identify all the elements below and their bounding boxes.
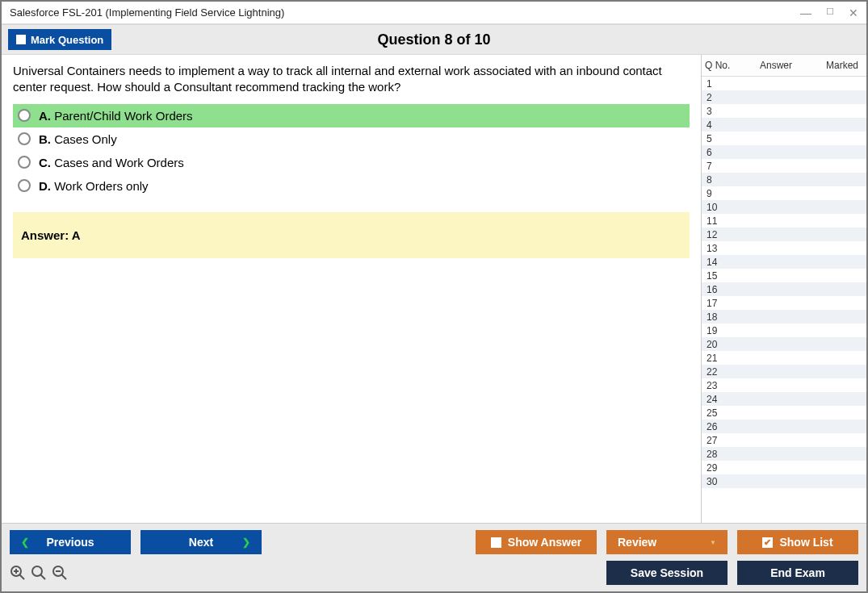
previous-button[interactable]: ❮ Previous	[10, 530, 131, 554]
close-button[interactable]: ✕	[849, 6, 858, 19]
question-counter: Question 8 of 10	[2, 31, 866, 48]
list-row[interactable]: 18	[702, 310, 866, 324]
list-row[interactable]: 7	[702, 159, 866, 173]
footer: ❮ Previous Next ❯ Show Answer Review ▼ ✔…	[2, 524, 866, 591]
option-d[interactable]: D. Work Orders only	[13, 174, 690, 198]
list-row[interactable]: 12	[702, 228, 866, 241]
list-row[interactable]: 15	[702, 269, 866, 282]
list-row[interactable]: 30	[702, 474, 866, 488]
zoom-out-icon[interactable]	[52, 565, 68, 581]
list-row[interactable]: 22	[702, 365, 866, 378]
list-row-number: 2	[702, 92, 734, 103]
list-row-number: 12	[702, 229, 734, 240]
list-header: Q No. Answer Marked	[702, 55, 866, 77]
list-row-number: 24	[702, 394, 734, 405]
list-row[interactable]: 1	[702, 77, 866, 90]
content-area: Universal Containers needs to implement …	[2, 55, 866, 524]
svg-line-1	[20, 575, 25, 580]
minimize-button[interactable]: —	[800, 6, 811, 19]
option-text: Parent/Child Work Orders	[54, 109, 192, 123]
list-row[interactable]: 14	[702, 255, 866, 269]
list-row-number: 20	[702, 339, 734, 350]
list-row[interactable]: 16	[702, 282, 866, 296]
list-row[interactable]: 19	[702, 324, 866, 337]
list-row-number: 25	[702, 407, 734, 419]
list-row-number: 8	[702, 174, 734, 186]
option-text: Work Orders only	[54, 179, 148, 193]
list-row[interactable]: 24	[702, 392, 866, 406]
list-row[interactable]: 9	[702, 186, 866, 200]
toolbar: Mark Question Question 8 of 10	[2, 24, 866, 55]
list-row-number: 23	[702, 380, 734, 391]
checkbox-icon	[491, 537, 501, 548]
list-row-number: 3	[702, 106, 734, 117]
list-row-number: 4	[702, 119, 734, 131]
list-row-number: 11	[702, 215, 734, 227]
list-row[interactable]: 29	[702, 461, 866, 474]
list-row[interactable]: 5	[702, 132, 866, 145]
list-row-number: 28	[702, 449, 734, 460]
zoom-in-icon[interactable]	[10, 565, 26, 581]
svg-point-4	[32, 566, 42, 576]
question-list[interactable]: 1234567891011121314151617181920212223242…	[702, 77, 866, 523]
question-list-panel: Q No. Answer Marked 12345678910111213141…	[701, 55, 866, 523]
list-row[interactable]: 8	[702, 173, 866, 186]
save-session-button[interactable]: Save Session	[606, 561, 728, 585]
svg-line-5	[41, 575, 46, 580]
show-answer-label: Show Answer	[508, 536, 581, 549]
list-row-number: 15	[702, 270, 734, 282]
list-row-number: 19	[702, 325, 734, 336]
show-list-label: Show List	[779, 536, 832, 549]
list-row[interactable]: 11	[702, 214, 866, 228]
header-marked: Marked	[818, 58, 866, 73]
list-row[interactable]: 23	[702, 378, 866, 392]
list-row-number: 7	[702, 161, 734, 172]
list-row[interactable]: 13	[702, 241, 866, 255]
list-row[interactable]: 17	[702, 296, 866, 310]
list-row[interactable]: 3	[702, 104, 866, 118]
option-a[interactable]: A. Parent/Child Work Orders	[13, 104, 690, 127]
mark-question-button[interactable]: Mark Question	[8, 29, 111, 50]
option-c[interactable]: C. Cases and Work Orders	[13, 151, 690, 174]
option-letter: B.	[39, 132, 51, 146]
end-exam-button[interactable]: End Exam	[737, 561, 858, 585]
list-row[interactable]: 20	[702, 337, 866, 351]
list-row[interactable]: 27	[702, 433, 866, 447]
list-row[interactable]: 4	[702, 118, 866, 132]
list-row-number: 6	[702, 147, 734, 158]
list-row[interactable]: 10	[702, 200, 866, 214]
list-row[interactable]: 26	[702, 420, 866, 433]
list-row[interactable]: 25	[702, 406, 866, 420]
list-row-number: 18	[702, 311, 734, 323]
list-row-number: 21	[702, 353, 734, 364]
list-row[interactable]: 6	[702, 145, 866, 159]
chevron-left-icon: ❮	[21, 537, 29, 548]
list-row-number: 10	[702, 202, 734, 213]
option-text: Cases Only	[54, 132, 117, 146]
option-letter: D.	[39, 179, 51, 193]
radio-icon	[18, 132, 31, 145]
header-qno: Q No.	[702, 58, 734, 73]
list-row[interactable]: 2	[702, 90, 866, 104]
option-b[interactable]: B. Cases Only	[13, 127, 690, 151]
maximize-button[interactable]: ☐	[826, 6, 834, 19]
question-panel: Universal Containers needs to implement …	[2, 55, 701, 523]
list-row-number: 16	[702, 284, 734, 295]
option-letter: C.	[39, 156, 51, 169]
list-row-number: 29	[702, 462, 734, 474]
zoom-reset-icon[interactable]	[31, 565, 47, 581]
list-row-number: 14	[702, 257, 734, 268]
review-button[interactable]: Review ▼	[606, 530, 728, 554]
list-row-number: 17	[702, 298, 734, 309]
show-answer-button[interactable]: Show Answer	[476, 530, 597, 554]
list-row[interactable]: 21	[702, 351, 866, 365]
footer-row-2: Save Session End Exam	[10, 561, 858, 585]
option-letter: A.	[39, 109, 51, 123]
show-list-button[interactable]: ✔ Show List	[737, 530, 858, 554]
chevron-right-icon: ❯	[242, 537, 250, 548]
next-button[interactable]: Next ❯	[140, 530, 262, 554]
footer-row-1: ❮ Previous Next ❯ Show Answer Review ▼ ✔…	[10, 530, 858, 554]
window-title: Salesforce FSL-201 (Implementing Field S…	[10, 6, 284, 19]
list-row[interactable]: 28	[702, 447, 866, 461]
list-row-number: 22	[702, 366, 734, 378]
